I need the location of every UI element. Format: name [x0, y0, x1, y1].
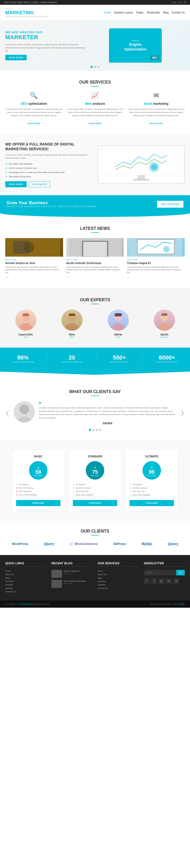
- pricing-grid: BASIC $ 59 Per month ✔90 Keyword ✘No Fre…: [5, 450, 185, 512]
- linkedin-icon[interactable]: in: [178, 1, 180, 4]
- footer-blog-text-1: iaculis ac dapipdum Aug 12, 2017: [64, 570, 80, 578]
- footer-bottom: © Copyright 2017 SEO Marketing All Right…: [0, 600, 190, 608]
- digital-text: WE OFFER A FULL RANGE OF DIGITAL MARKETI…: [5, 142, 92, 187]
- footer-service-portfolio[interactable]: Portfolio: [98, 584, 139, 586]
- pricing-features-basic: ✔90 Keyword ✘No Free Tracking ✘600+ Man …: [16, 484, 61, 496]
- nav-blog[interactable]: Blog: [163, 11, 168, 14]
- twitter-icon[interactable]: t: [182, 1, 182, 4]
- hero-section: WE ARE AMAZING SEO MARKETER Lorem ipsum …: [0, 20, 190, 71]
- nav-pages[interactable]: Pages: [136, 11, 144, 14]
- dot-3[interactable]: [98, 66, 100, 68]
- rss-icon[interactable]: ✉: [184, 1, 186, 4]
- nav-home[interactable]: Home: [104, 11, 111, 14]
- footer-service-home[interactable]: Home: [98, 570, 139, 572]
- testimonial-dot-3[interactable]: [96, 429, 98, 431]
- expert-alena: Alena CSO: [108, 310, 129, 338]
- seo-badge: SEO: [150, 56, 159, 60]
- experts-section: OUR EXPERTS Laura Doe HR Alex: [0, 288, 190, 348]
- check-icon-4: ✔: [5, 175, 7, 178]
- nav-contact[interactable]: Contact Us: [172, 11, 185, 14]
- testimonial-dot-1[interactable]: [89, 429, 91, 431]
- news-arrow-1[interactable]: →: [5, 275, 8, 279]
- price-amount-basic: 59: [35, 469, 41, 475]
- get-started-button[interactable]: GET STARTED: [157, 201, 183, 208]
- nav-shortcodes[interactable]: Shortcodes: [147, 11, 160, 14]
- clients-logos: WordPress jQuery 🛒 WooCommerce bbPress M…: [5, 541, 185, 547]
- hero-read-more-button[interactable]: READ MORE: [5, 55, 27, 60]
- web-icon: 📈: [67, 92, 124, 99]
- testimonial-quote: Curabitur venenatis ultrices ligula vita…: [39, 406, 176, 420]
- purchase-basic-button[interactable]: PURCHASE: [16, 500, 61, 506]
- check-icon: ✔: [129, 494, 131, 496]
- email-icon: ✉: [127, 92, 185, 99]
- x-icon: ✘: [16, 494, 18, 496]
- email-read-more[interactable]: READ MORE: [127, 120, 185, 125]
- experts-divider: [91, 304, 99, 304]
- footer-link-contact[interactable]: Contact Us: [5, 590, 46, 593]
- pricing-plan-standard: STANDARD: [73, 455, 117, 458]
- footer-linkedin-icon[interactable]: in: [166, 578, 172, 584]
- purchase-standard-button[interactable]: PURCHASE: [73, 500, 117, 506]
- footer-link-sitemap[interactable]: Sitemap: [5, 587, 46, 589]
- dot-1[interactable]: [90, 66, 92, 68]
- testimonial-dot-2[interactable]: [92, 429, 94, 431]
- testimonial-content: ❝ Curabitur venenatis ultrices ligula vi…: [14, 401, 176, 425]
- testimonial-next[interactable]: ❯: [180, 410, 185, 416]
- top-bar-address: E102 Lorem Main Street, London, United K…: [4, 1, 57, 4]
- nav-variation[interactable]: Variation Layout: [114, 11, 133, 14]
- footer-facebook-icon[interactable]: f: [144, 578, 150, 584]
- hero-title: MARKETER: [5, 34, 86, 41]
- footer-quick-links-title: QUICK LINKS: [5, 562, 46, 567]
- news-arrow-3[interactable]: →: [127, 275, 130, 279]
- dot-2[interactable]: [94, 66, 96, 68]
- newsletter-input[interactable]: [144, 570, 176, 576]
- footer-twitter-icon[interactable]: t: [151, 578, 157, 584]
- footer-service-about[interactable]: About Us: [98, 573, 139, 576]
- check-icon: ✔: [73, 484, 74, 486]
- news-grid: Nov 11, 2016 Aenean tempus ac Uma Lorem …: [5, 238, 185, 279]
- seo-read-more[interactable]: READ MORE: [5, 120, 63, 125]
- footer-blog-date-1: Aug 12, 2017: [64, 572, 80, 574]
- svg-point-1: [151, 164, 157, 170]
- get-quote-button[interactable]: GET A QUOTE: [29, 181, 50, 187]
- monitor-stand: [137, 175, 145, 179]
- footer-link-portfolio[interactable]: Portfolio: [5, 584, 46, 586]
- footer-googleplus-icon[interactable]: g+: [159, 578, 164, 584]
- stat-number-years: 20: [61, 354, 83, 361]
- footer-service-blog[interactable]: Blog: [98, 577, 139, 579]
- purchase-ultimate-button[interactable]: PURCHASE: [129, 500, 174, 506]
- monitor-screen: [101, 149, 182, 175]
- testimonial-prev[interactable]: ❮: [5, 410, 10, 416]
- stat-divider-1: [47, 354, 47, 363]
- facebook-icon[interactable]: f: [172, 1, 173, 4]
- googleplus-icon[interactable]: g+: [174, 1, 177, 4]
- testimonial-dot-4[interactable]: [99, 429, 101, 431]
- svg-rect-19: [115, 313, 122, 316]
- news-arrow-2[interactable]: →: [66, 275, 69, 279]
- footer-link-services[interactable]: Services: [5, 580, 46, 583]
- digital-read-more-button[interactable]: READ MORE: [5, 181, 27, 187]
- price-period-basic: Per month: [34, 475, 42, 476]
- check-icon: ✔: [73, 494, 74, 496]
- stat-label-years: YEARS OF SERVICE: [61, 361, 83, 363]
- web-read-more[interactable]: READ MORE: [67, 120, 124, 125]
- footer-blog-date-2: Aug 12, 2017: [64, 583, 86, 584]
- footer-link-about[interactable]: About Us: [5, 573, 46, 576]
- footer-service-contact[interactable]: Contact Us: [98, 587, 139, 589]
- svg-rect-9: [138, 240, 175, 254]
- footer-link-blog[interactable]: Blog: [5, 577, 46, 579]
- footer-link-home[interactable]: Home: [5, 570, 46, 572]
- footer-rss-icon[interactable]: ✉: [174, 578, 179, 584]
- stat-professionals: 550+ PROFESSIONALS: [110, 354, 129, 363]
- price-amount-standard: 75: [92, 469, 98, 475]
- check-icon-2: ✔: [5, 167, 7, 169]
- news-date-1: Nov 11, 2016: [5, 259, 63, 260]
- stat-divider-3: [142, 354, 143, 363]
- feature-2: ✔100% customer retention rate.: [5, 167, 92, 169]
- footer-service-services[interactable]: Services: [98, 580, 139, 583]
- news-description-3: Lorem ipsum dolor sit amet, consectetuar…: [127, 266, 185, 274]
- news-headline-3: Tristique magna Et: [127, 261, 185, 265]
- newsletter-submit-button[interactable]: GO: [176, 570, 185, 576]
- footer-blog-headline-1: iaculis ac dapipdum: [64, 570, 80, 572]
- footer-blog-item-1: iaculis ac dapipdum Aug 12, 2017: [51, 570, 92, 578]
